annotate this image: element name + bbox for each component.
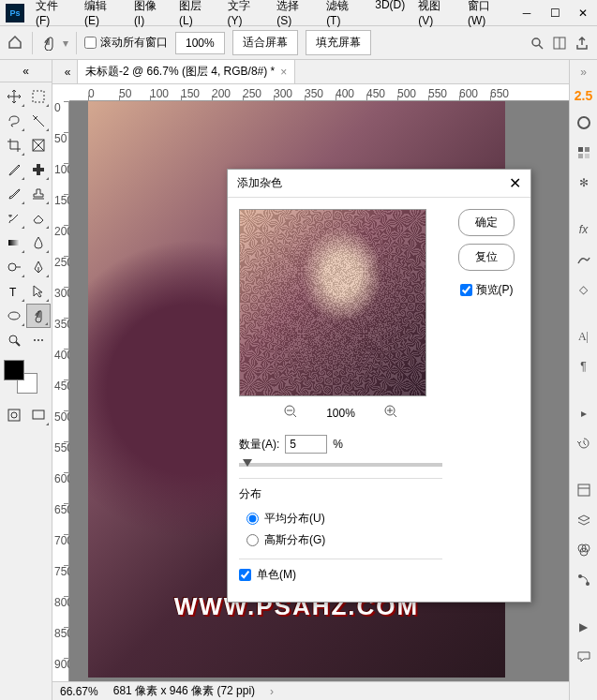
frame-tool[interactable]	[26, 133, 51, 157]
history-brush-tool[interactable]	[2, 206, 26, 231]
gaussian-radio[interactable]: 高斯分布(G)	[239, 529, 442, 551]
menu-layer[interactable]: 图层(L)	[173, 0, 219, 31]
wand-tool[interactable]	[26, 109, 51, 133]
paragraph-panel-icon[interactable]: ¶	[574, 356, 594, 377]
amount-label: 数量(A):	[239, 437, 279, 453]
svg-rect-19	[33, 410, 44, 419]
dialog-preview[interactable]	[239, 209, 426, 396]
crop-tool[interactable]	[2, 133, 26, 157]
preview-checkbox[interactable]: 预览(P)	[460, 282, 514, 298]
svg-line-1	[539, 45, 543, 49]
svg-line-16	[16, 342, 20, 346]
amount-input[interactable]	[285, 435, 327, 454]
color-panel-icon[interactable]	[574, 112, 594, 133]
lasso-tool[interactable]	[2, 109, 26, 133]
minimize-button[interactable]: ─	[513, 3, 541, 23]
stamp-tool[interactable]	[26, 182, 51, 206]
reset-button[interactable]: 复位	[458, 244, 515, 271]
actions-panel-icon[interactable]: ▸	[574, 403, 594, 424]
svg-rect-25	[578, 484, 590, 496]
eyedropper-tool[interactable]	[2, 157, 26, 182]
swatches-panel-icon[interactable]	[574, 142, 594, 163]
uniform-radio[interactable]: 平均分布(U)	[239, 508, 442, 529]
comments-panel-icon[interactable]	[574, 647, 594, 667]
layers-panel-icon[interactable]	[574, 510, 594, 530]
amount-slider[interactable]	[239, 463, 442, 467]
menu-window[interactable]: 窗口(W)	[462, 0, 513, 31]
distribution-label: 分布	[239, 486, 442, 502]
zoom-tool[interactable]	[2, 328, 26, 352]
properties-panel-icon[interactable]	[574, 480, 594, 500]
document-tab[interactable]: 未标题-2 @ 66.7% (图层 4, RGB/8#) * ×	[77, 60, 295, 83]
dialog-title: 添加杂色	[237, 175, 509, 191]
pen-tool[interactable]	[26, 255, 51, 279]
brush-tool[interactable]	[2, 182, 26, 206]
svg-rect-10	[8, 240, 20, 246]
svg-line-34	[293, 414, 296, 417]
tab-close-icon[interactable]: ×	[280, 66, 287, 79]
timeline-play-icon[interactable]: ▶	[574, 617, 594, 637]
heal-tool[interactable]	[26, 157, 51, 182]
svg-line-38	[394, 414, 396, 417]
gradient-tool[interactable]	[2, 231, 26, 255]
path-select-tool[interactable]	[26, 279, 51, 304]
adjustments-panel-icon[interactable]	[574, 249, 594, 270]
maximize-button[interactable]: ☐	[541, 3, 569, 23]
svg-point-14	[8, 312, 20, 320]
menu-edit[interactable]: 编辑(E)	[79, 0, 127, 31]
zoom-out-icon[interactable]	[283, 404, 298, 422]
foreground-color[interactable]	[4, 360, 24, 380]
ruler-vertical: 0501001502002503003504004505005506006507…	[52, 101, 69, 682]
svg-rect-21	[578, 147, 583, 152]
menu-filter[interactable]: 滤镜(T)	[321, 0, 367, 31]
panels-expand-icon[interactable]: »	[580, 66, 587, 79]
menu-3d[interactable]: 3D(D)	[369, 0, 410, 31]
fill-screen-button[interactable]: 填充屏幕	[306, 30, 371, 55]
menu-image[interactable]: 图像(I)	[128, 0, 172, 31]
menu-file[interactable]: 文件(F)	[30, 0, 77, 31]
hand-tool[interactable]	[26, 304, 51, 328]
tab-scroll-left[interactable]: «	[58, 61, 77, 83]
home-icon[interactable]	[7, 35, 24, 52]
zoom-in-icon[interactable]	[383, 404, 398, 422]
dialog-zoom-value: 100%	[326, 407, 355, 420]
quickmask-tool[interactable]	[2, 403, 26, 427]
close-button[interactable]: ✕	[569, 3, 597, 23]
history-panel-icon[interactable]	[574, 433, 594, 454]
menu-select[interactable]: 选择(S)	[271, 0, 319, 31]
menu-type[interactable]: 文字(Y)	[222, 0, 270, 31]
hand-option-icon[interactable]	[40, 36, 55, 51]
move-tool[interactable]	[2, 84, 26, 109]
menu-view[interactable]: 视图(V)	[412, 0, 460, 31]
blur-tool[interactable]	[26, 231, 51, 255]
paths-panel-icon[interactable]	[574, 570, 594, 590]
dodge-tool[interactable]	[2, 255, 26, 279]
zoom-100-button[interactable]: 100%	[175, 32, 225, 54]
edit-toolbar-icon[interactable]: ⋯	[26, 328, 51, 352]
character-panel-icon[interactable]: A|	[574, 326, 594, 347]
channels-panel-icon[interactable]	[574, 540, 594, 560]
styles-panel-icon[interactable]: fx	[574, 219, 594, 240]
status-zoom[interactable]: 66.67%	[60, 685, 98, 698]
svg-rect-9	[37, 164, 40, 175]
type-tool[interactable]: T	[2, 279, 26, 304]
amount-unit: %	[333, 438, 343, 451]
search-icon[interactable]	[530, 36, 545, 51]
ruler-horizontal: 050100150200250300350400450500550600650	[69, 84, 569, 101]
panel-number[interactable]: 2.5	[575, 88, 592, 103]
tools-expand-icon[interactable]: «	[0, 60, 52, 82]
shape-tool[interactable]	[2, 304, 26, 328]
ok-button[interactable]: 确定	[458, 209, 515, 236]
eraser-tool[interactable]	[26, 206, 51, 231]
share-icon[interactable]	[575, 36, 590, 51]
marquee-tool[interactable]	[26, 84, 51, 109]
dialog-close-icon[interactable]: ✕	[509, 174, 521, 192]
workspace-icon[interactable]	[552, 36, 567, 51]
color-swatches[interactable]	[4, 360, 37, 394]
brushes-panel-icon[interactable]: ✻	[574, 172, 594, 193]
fit-screen-button[interactable]: 适合屏幕	[232, 30, 298, 55]
shapes-panel-icon[interactable]: ◇	[574, 279, 594, 300]
monochrome-checkbox[interactable]: 单色(M)	[239, 559, 442, 590]
screenmode-tool[interactable]	[26, 403, 51, 427]
scroll-all-checkbox[interactable]: 滚动所有窗口	[84, 35, 168, 51]
